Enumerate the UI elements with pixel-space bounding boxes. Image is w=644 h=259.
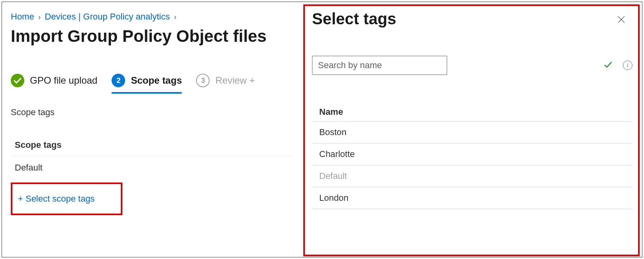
tag-list: Name BostonCharlotteDefaultLondon	[312, 103, 632, 209]
close-icon[interactable]	[614, 12, 628, 27]
select-scope-tags-highlight: + Select scope tags	[11, 182, 122, 215]
step-number-icon: 2	[112, 74, 125, 87]
info-icon[interactable]: i	[623, 61, 632, 70]
select-tags-panel-highlight: Select tags i	[303, 4, 640, 256]
select-tags-panel: Select tags i	[312, 10, 632, 251]
breadcrumb-devices[interactable]: Devices | Group Policy analytics	[45, 12, 170, 22]
list-item[interactable]: Boston	[312, 122, 632, 143]
search-input[interactable]	[312, 56, 447, 75]
step-scope-tags[interactable]: 2 Scope tags	[112, 74, 182, 91]
panel-header: Select tags	[312, 10, 632, 28]
table-row: Default	[11, 156, 292, 179]
search-row: i	[312, 56, 632, 75]
main-content: Home › Devices | Group Policy analytics …	[2, 2, 301, 225]
step-number-icon: 3	[196, 74, 210, 87]
step-gpo-file-upload[interactable]: GPO file upload	[11, 74, 97, 91]
step-label: Scope tags	[131, 75, 182, 86]
tag-list-column-header: Name	[312, 103, 632, 122]
wizard-stepper: GPO file upload 2 Scope tags 3 Review +	[11, 74, 292, 91]
step-review[interactable]: 3 Review +	[196, 74, 255, 91]
select-scope-tags-button[interactable]: + Select scope tags	[18, 194, 95, 204]
panel-title: Select tags	[312, 10, 396, 28]
step-label: Review +	[215, 75, 255, 86]
breadcrumb: Home › Devices | Group Policy analytics …	[11, 12, 292, 22]
section-label: Scope tags	[11, 107, 292, 118]
list-item[interactable]: Charlotte	[312, 143, 632, 165]
step-label: GPO file upload	[30, 75, 97, 86]
breadcrumb-home[interactable]: Home	[11, 12, 34, 22]
scope-tags-column-header: Scope tags	[11, 134, 292, 156]
list-item[interactable]: London	[312, 187, 632, 209]
search-wrap	[312, 56, 618, 75]
chevron-right-icon: ›	[38, 12, 41, 22]
page-title: Import Group Policy Object files	[11, 27, 292, 46]
checkmark-icon	[11, 74, 24, 87]
chevron-right-icon: ›	[174, 12, 177, 22]
window-frame: Home › Devices | Group Policy analytics …	[2, 2, 642, 257]
checkmark-icon	[603, 59, 613, 71]
list-item: Default	[312, 165, 632, 187]
